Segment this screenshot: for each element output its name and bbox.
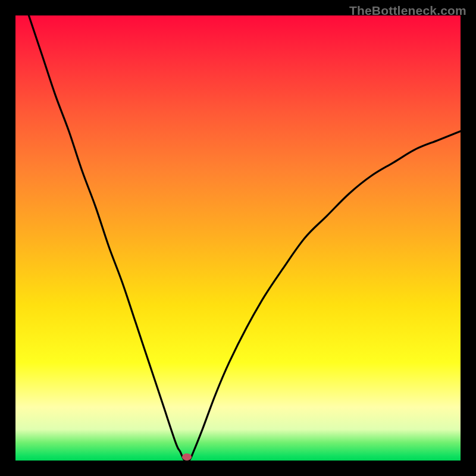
optimum-marker: [182, 453, 192, 461]
curve-svg: [15, 15, 461, 461]
bottleneck-curve: [29, 15, 461, 461]
watermark-text: TheBottleneck.com: [349, 4, 466, 18]
plot-area: [15, 15, 461, 461]
chart-frame: TheBottleneck.com: [0, 0, 476, 476]
